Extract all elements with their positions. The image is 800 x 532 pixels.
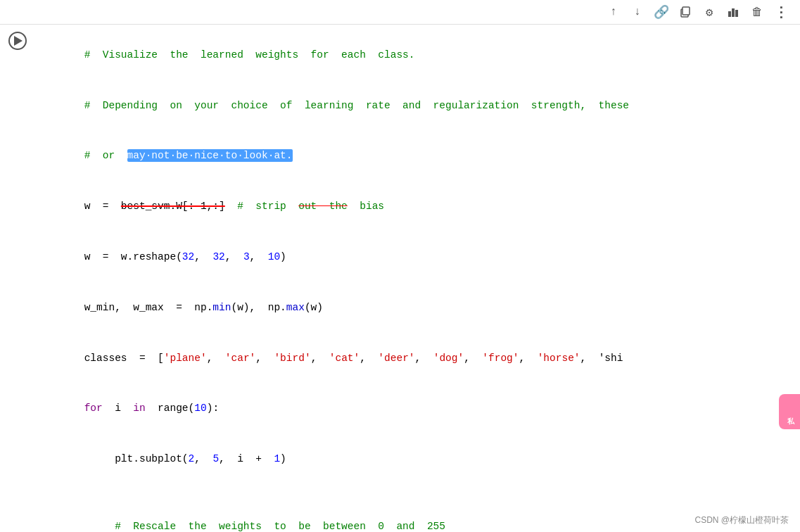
notebook-toolbar: ↑ ↓ 🔗 ⚙ 🗑 ⋮ [0, 0, 800, 25]
svg-rect-4 [735, 10, 738, 17]
code-line-9: plt.subplot(2, 5, i + 1) [35, 434, 797, 485]
delete-icon[interactable]: 🗑 [749, 4, 765, 20]
link-icon[interactable]: 🔗 [654, 4, 669, 20]
code-line-11: # Rescale the weights to be between 0 an… [35, 502, 797, 532]
run-circle-button[interactable] [8, 32, 27, 50]
code-line-3: # or may·not·be·nice·to·look·at. [35, 132, 797, 182]
more-options-icon[interactable]: ⋮ [773, 4, 789, 20]
svg-rect-3 [732, 8, 735, 17]
csdn-watermark: CSDN @柠檬山橙荷叶茶 [694, 514, 789, 526]
code-line-1: # Visualize the learned weights for each… [35, 30, 797, 81]
copy-cell-icon[interactable] [678, 4, 693, 20]
code-line-4: w = best_svm.W[:-1,:] # strip out the bi… [35, 182, 797, 232]
code-line-8: for i in range(10): [35, 384, 797, 434]
code-line-5: w = w.reshape(32, 32, 3, 10) [35, 232, 797, 283]
code-line-2: # Depending on your choice of learning r… [35, 81, 797, 132]
chart-icon[interactable] [725, 4, 741, 20]
code-line-6: w_min, w_max = np.min(w), np.max(w) [35, 283, 797, 334]
svg-rect-1 [682, 7, 690, 15]
svg-rect-2 [728, 11, 731, 17]
move-down-icon[interactable]: ↓ [630, 4, 645, 20]
code-line-7: classes = ['plane', 'car', 'bird', 'cat'… [35, 334, 797, 384]
csdn-sticker: 私 [779, 394, 800, 429]
selected-text: may·not·be·nice·to·look·at. [127, 149, 293, 162]
code-line-10 [35, 485, 797, 502]
code-cell: # Visualize the learned weights for each… [0, 25, 800, 532]
code-editor[interactable]: # Visualize the learned weights for each… [35, 25, 800, 532]
settings-icon[interactable]: ⚙ [701, 4, 717, 20]
move-up-icon[interactable]: ↑ [606, 4, 621, 20]
run-button[interactable] [0, 25, 35, 532]
